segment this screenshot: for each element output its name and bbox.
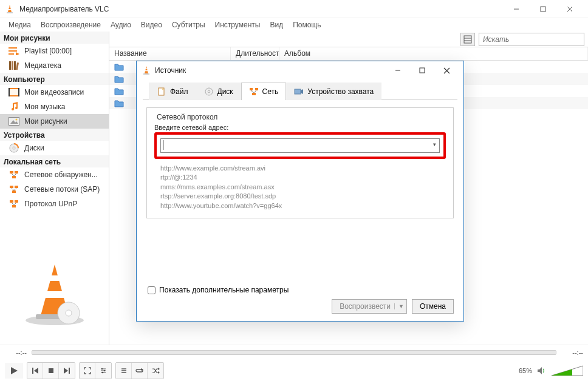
svg-line-66 [251,90,254,93]
film-icon [9,87,19,97]
album-art-area [0,241,109,345]
cancel-button[interactable]: Отмена [412,299,454,314]
network-icon [9,184,19,194]
sidebar-item-sap[interactable]: Сетевые потоки (SAP) [0,182,109,197]
svg-marker-88 [538,367,542,374]
svg-rect-10 [9,53,14,55]
sidebar-item-pictures[interactable]: Мои рисунки [0,114,109,129]
tab-label: Устройство захвата [307,87,374,96]
disc-icon [9,143,19,153]
svg-rect-44 [44,291,65,298]
svg-rect-73 [49,368,53,373]
svg-rect-52 [143,73,149,75]
sidebar-item-upnp[interactable]: Протокол UPnP [0,197,109,211]
network-icon [9,199,19,209]
chevron-down-icon[interactable]: ▾ [433,141,436,147]
speaker-icon[interactable] [537,366,547,375]
toggle-playlist-button[interactable] [116,363,132,379]
music-note-icon [9,102,19,112]
svg-marker-11 [16,52,19,55]
seek-slider[interactable] [32,350,556,355]
svg-line-29 [12,174,14,176]
menu-video[interactable]: Видео [136,19,167,30]
column-name[interactable]: Название [109,47,231,60]
cancel-button-label: Отмена [420,302,446,311]
sidebar-item-label: Мои видеозаписи [24,88,84,96]
extended-settings-button[interactable] [95,363,111,379]
svg-rect-17 [10,89,18,95]
dialog-minimize-button[interactable] [386,62,410,79]
svg-rect-36 [10,200,13,203]
svg-rect-33 [12,190,16,193]
volume-slider[interactable] [552,365,583,377]
menu-help[interactable]: Помощь [288,19,326,30]
svg-rect-37 [15,200,18,203]
tab-capture[interactable]: Устройство захвата [286,83,381,100]
svg-rect-32 [15,186,18,188]
menu-playback[interactable]: Воспроизведение [36,19,106,30]
tab-label: Диск [217,87,233,96]
fullscreen-button[interactable] [80,363,95,379]
next-button[interactable] [59,363,75,379]
dialog-close-button[interactable] [434,62,459,79]
sidebar-item-label: Playlist [00:00] [24,47,72,55]
more-options-checkbox[interactable] [148,286,156,294]
menu-audio[interactable]: Аудио [106,19,136,30]
svg-rect-71 [32,368,33,374]
window-close-button[interactable] [556,0,583,18]
folder-icon [114,62,124,71]
tab-label: Файл [170,87,188,96]
previous-button[interactable] [27,363,43,379]
vlc-cone-icon [5,4,15,14]
svg-point-25 [13,147,15,149]
svg-line-30 [14,174,16,176]
menu-media[interactable]: Медиа [4,19,36,30]
column-album[interactable]: Альбом [279,47,588,60]
loop-button[interactable] [132,363,148,379]
menu-view[interactable]: Вид [265,19,288,30]
pictures-icon [9,116,19,126]
tab-network[interactable]: Сеть [241,83,287,100]
window-maximize-button[interactable] [530,0,556,18]
sidebar-item-videos[interactable]: Мои видеозаписи [0,85,109,99]
sidebar-item-label: Диски [24,144,44,152]
sidebar-section-network: Локальная сеть [0,155,109,167]
svg-rect-48 [464,36,471,43]
dialog-title: Источник [155,66,386,75]
playlist-search-input[interactable] [479,33,584,46]
stop-button[interactable] [43,363,59,379]
play-pause-button[interactable] [5,363,23,379]
sidebar-item-library[interactable]: Медиатека [0,58,109,73]
column-duration[interactable]: Длительност [231,47,279,60]
chevron-down-icon[interactable]: ▼ [394,303,404,309]
player-bar: --:-- --:-- 65% [0,345,588,381]
network-url-input[interactable] [160,138,440,153]
window-minimize-button[interactable] [503,0,530,18]
play-button[interactable]: Воспроизвести ▼ [332,299,407,314]
svg-marker-87 [158,371,160,374]
shuffle-button[interactable] [148,363,163,379]
svg-rect-9 [9,50,17,52]
sidebar-item-net-discovery[interactable]: Сетевое обнаружен... [0,167,109,182]
network-protocol-group: Сетевой протокол Введите сетевой адрес: … [146,107,454,218]
capture-icon [294,87,304,96]
sidebar-item-label: Сетевые потоки (SAP) [24,185,100,194]
playlist-column-headers[interactable]: Название Длительност Альбом [109,47,588,61]
sidebar-item-music[interactable]: Моя музыка [0,99,109,114]
menu-tools[interactable]: Инструменты [210,19,265,30]
tab-file[interactable]: Файл [149,83,196,100]
svg-point-62 [208,90,210,93]
vlc-cone-icon [142,66,151,75]
url-examples: http://www.example.com/stream.avi rtp://… [154,164,446,211]
svg-line-39 [12,203,14,205]
sidebar-item-playlist[interactable]: Playlist [00:00] [0,44,109,58]
sidebar-item-discs[interactable]: Диски [0,141,109,155]
svg-rect-13 [12,61,13,70]
tab-label: Сеть [262,87,279,96]
dialog-maximize-button[interactable] [410,62,434,79]
window-titlebar: Медиапроигрыватель VLC [0,0,588,18]
sidebar-section-computer: Компьютер [0,73,109,85]
tab-disc[interactable]: Диск [196,83,241,100]
menu-subtitles[interactable]: Субтитры [167,19,210,30]
view-mode-button[interactable] [460,33,475,46]
